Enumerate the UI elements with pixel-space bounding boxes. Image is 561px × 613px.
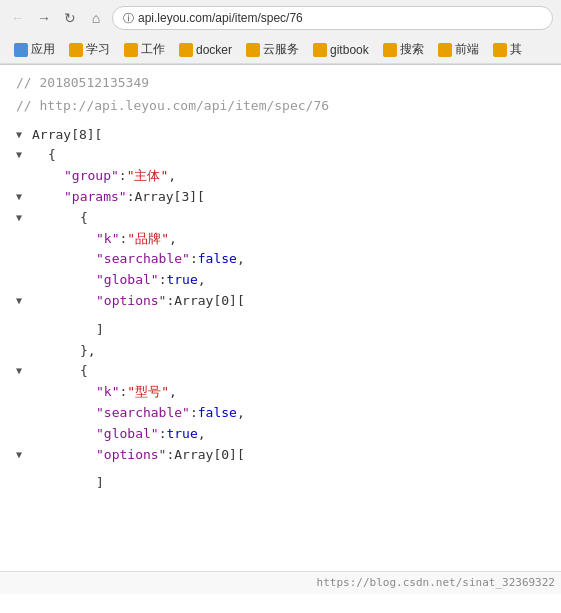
toggle-obj[interactable]	[16, 145, 32, 163]
bookmark-apps[interactable]: 应用	[8, 39, 61, 60]
k2-row: "k" : "型号" ,	[16, 382, 545, 403]
toggle-params[interactable]	[16, 187, 32, 205]
k1-row: "k" : "品牌" ,	[16, 229, 545, 250]
options2-row: "options" : Array[0][	[16, 445, 545, 466]
bookmark-work[interactable]: 工作	[118, 39, 171, 60]
url-text: api.leyou.com/api/item/spec/76	[138, 11, 303, 25]
bookmark-gitbook[interactable]: gitbook	[307, 41, 375, 59]
param1-close: },	[80, 341, 96, 362]
param2-open: {	[80, 361, 88, 382]
bookmark-docker[interactable]: docker	[173, 41, 238, 59]
forward-button[interactable]: →	[34, 8, 54, 28]
options2-key: "options"	[96, 445, 166, 466]
empty-row-1	[16, 312, 545, 320]
global1-row: "global" : true ,	[16, 270, 545, 291]
searchable2-key: "searchable"	[96, 403, 190, 424]
k2-key: "k"	[96, 382, 119, 403]
global2-row: "global" : true ,	[16, 424, 545, 445]
bookmark-icon	[14, 43, 28, 57]
status-bar: https://blog.csdn.net/sinat_32369322	[0, 571, 561, 594]
global1-val: true	[166, 270, 197, 291]
obj-open: {	[48, 145, 56, 166]
searchable1-row: "searchable" : false ,	[16, 249, 545, 270]
object-open-row: {	[16, 145, 545, 166]
param1-close-row: },	[16, 341, 545, 362]
options2-close: ]	[96, 473, 104, 494]
bookmark-icon	[124, 43, 138, 57]
bookmark-label: 工作	[141, 41, 165, 58]
bookmark-icon	[493, 43, 507, 57]
lock-icon: ⓘ	[123, 11, 134, 26]
param1-open-row: {	[16, 208, 545, 229]
reload-button[interactable]: ↻	[60, 8, 80, 28]
toggle-param2[interactable]	[16, 361, 32, 379]
bookmark-label: 搜索	[400, 41, 424, 58]
options2-label: Array[0][	[174, 445, 244, 466]
root-array-row: Array[8][	[16, 125, 545, 146]
address-bar[interactable]: ⓘ api.leyou.com/api/item/spec/76	[112, 6, 553, 30]
bookmark-label: 其	[510, 41, 522, 58]
global1-key: "global"	[96, 270, 159, 291]
nav-bar: ← → ↻ ⌂ ⓘ api.leyou.com/api/item/spec/76	[0, 0, 561, 36]
options1-label: Array[0][	[174, 291, 244, 312]
bookmark-label: docker	[196, 43, 232, 57]
group-val: "主体"	[127, 166, 169, 187]
back-button[interactable]: ←	[8, 8, 28, 28]
bookmark-label: gitbook	[330, 43, 369, 57]
bookmark-study[interactable]: 学习	[63, 39, 116, 60]
k1-key: "k"	[96, 229, 119, 250]
status-text: https://blog.csdn.net/sinat_32369322	[317, 576, 555, 589]
bookmarks-bar: 应用 学习 工作 docker 云服务 gitbook 搜索 前端	[0, 36, 561, 64]
searchable2-row: "searchable" : false ,	[16, 403, 545, 424]
params-array-label: Array[3][	[134, 187, 204, 208]
browser-chrome: ← → ↻ ⌂ ⓘ api.leyou.com/api/item/spec/76…	[0, 0, 561, 65]
content-area: // 20180512135349 // http://api.leyou.co…	[0, 65, 561, 594]
empty-row-2	[16, 465, 545, 473]
params-key: "params"	[64, 187, 127, 208]
bookmark-icon	[313, 43, 327, 57]
k2-val: "型号"	[127, 382, 169, 403]
root-array-label: Array[8][	[32, 125, 102, 146]
home-button[interactable]: ⌂	[86, 8, 106, 28]
toggle-options1[interactable]	[16, 291, 32, 309]
bookmark-label: 前端	[455, 41, 479, 58]
options1-close-row: ]	[16, 320, 545, 341]
searchable1-val: false	[198, 249, 237, 270]
bookmark-icon	[69, 43, 83, 57]
bookmark-cloud[interactable]: 云服务	[240, 39, 305, 60]
bookmark-label: 学习	[86, 41, 110, 58]
options1-close: ]	[96, 320, 104, 341]
bookmark-icon	[383, 43, 397, 57]
global2-key: "global"	[96, 424, 159, 445]
params-row: "params" : Array[3][	[16, 187, 545, 208]
bookmark-label: 云服务	[263, 41, 299, 58]
bookmark-icon	[438, 43, 452, 57]
k1-val: "品牌"	[127, 229, 169, 250]
param2-open-row: {	[16, 361, 545, 382]
group-key: "group"	[64, 166, 119, 187]
bookmark-search[interactable]: 搜索	[377, 39, 430, 60]
bookmark-label: 应用	[31, 41, 55, 58]
searchable2-val: false	[198, 403, 237, 424]
bookmark-other[interactable]: 其	[487, 39, 528, 60]
options1-key: "options"	[96, 291, 166, 312]
toggle-root[interactable]	[16, 125, 32, 143]
comment-line-1: // 20180512135349	[16, 73, 545, 94]
json-tree: Array[8][ { "group" : "主体" , "params" : …	[16, 125, 545, 495]
options2-close-row: ]	[16, 473, 545, 494]
options1-row: "options" : Array[0][	[16, 291, 545, 312]
param1-open: {	[80, 208, 88, 229]
bookmark-frontend[interactable]: 前端	[432, 39, 485, 60]
searchable1-key: "searchable"	[96, 249, 190, 270]
global2-val: true	[166, 424, 197, 445]
toggle-param1[interactable]	[16, 208, 32, 226]
group-row: "group" : "主体" ,	[16, 166, 545, 187]
bookmark-icon	[179, 43, 193, 57]
bookmark-icon	[246, 43, 260, 57]
toggle-options2[interactable]	[16, 445, 32, 463]
comment-line-2: // http://api.leyou.com/api/item/spec/76	[16, 96, 545, 117]
